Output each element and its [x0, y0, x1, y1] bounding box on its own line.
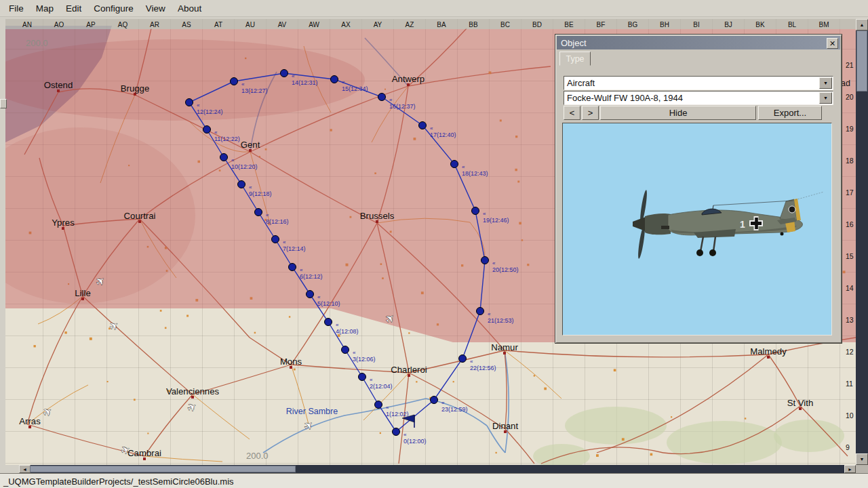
- waypoint-marker[interactable]: [451, 161, 458, 168]
- row-header: 21: [846, 61, 854, 69]
- waypoint-marker[interactable]: [331, 76, 338, 83]
- menu-item-configure[interactable]: Configure: [87, 2, 140, 15]
- waypoint-direction-icon: «: [353, 350, 356, 356]
- landing-gear: [701, 237, 703, 251]
- row-header: 12: [846, 348, 854, 356]
- column-header: AU: [245, 21, 255, 28]
- town-dot: [416, 381, 417, 382]
- waypoint-marker[interactable]: [186, 99, 193, 106]
- town-dot: [380, 432, 381, 434]
- waypoint-label: 20(12:50): [492, 266, 519, 273]
- row-header: 13: [846, 316, 854, 324]
- waypoint-marker[interactable]: [378, 94, 386, 101]
- column-header: AW: [309, 21, 319, 28]
- waypoint-direction-icon: «: [197, 102, 200, 108]
- waypoint-marker[interactable]: [459, 355, 467, 363]
- waypoint-label: 5(12:10): [317, 300, 340, 307]
- city-label: Lille: [75, 288, 90, 298]
- column-header: BB: [469, 21, 478, 28]
- town-dot: [186, 315, 189, 317]
- column-header: AQ: [118, 21, 128, 28]
- next-object-button[interactable]: >: [582, 106, 599, 120]
- waypoint-marker[interactable]: [477, 308, 484, 315]
- town-dot: [160, 310, 162, 312]
- town-dot: [534, 375, 535, 376]
- column-header: AN: [22, 21, 32, 28]
- waypoint-marker[interactable]: [419, 122, 427, 129]
- waypoint-label: 7(12:14): [283, 245, 306, 252]
- scroll-up-icon[interactable]: ▲: [856, 19, 868, 30]
- menu-item-about[interactable]: About: [172, 2, 208, 15]
- waypoint-direction-icon: «: [403, 432, 407, 438]
- waypoint-marker[interactable]: [325, 319, 332, 326]
- column-header: BK: [755, 21, 765, 28]
- waypoint-direction-icon: «: [370, 377, 373, 383]
- town-dot: [622, 438, 625, 441]
- waypoint-marker[interactable]: [238, 181, 245, 188]
- scroll-left-icon[interactable]: ◄: [19, 465, 31, 473]
- column-header: AZ: [406, 21, 414, 28]
- waypoint-label: 14(12:31): [292, 79, 318, 86]
- city-label: Antwerp: [392, 74, 425, 84]
- waypoint-label: 4(12:08): [336, 328, 359, 335]
- waypoint-marker[interactable]: [307, 291, 314, 298]
- waypoint-marker[interactable]: [255, 209, 262, 216]
- landing-gear: [713, 237, 715, 251]
- status-text: _UQMGTemplateBuilderProjects/_testSemiCi…: [3, 476, 234, 487]
- waypoint-label: 18(12:43): [462, 170, 488, 177]
- waypoint-label: 8(12:16): [266, 218, 289, 225]
- scroll-right-icon[interactable]: ►: [844, 465, 856, 473]
- export-button[interactable]: Export...: [758, 106, 822, 120]
- forest-patch: [667, 421, 782, 464]
- waypoint-direction-icon: «: [389, 97, 393, 103]
- menu-item-edit[interactable]: Edit: [60, 2, 87, 15]
- horizontal-scrollbar[interactable]: ◄ ►: [19, 465, 856, 473]
- scale-label-top: 200.0: [26, 38, 48, 48]
- object-model-select[interactable]: Focke-Wulf FW 190A-8, 1944 ▼: [564, 91, 833, 105]
- waypoint-label: 15(12:34): [342, 85, 368, 92]
- waypoint-direction-icon: «: [283, 239, 286, 245]
- waypoint-marker[interactable]: [431, 396, 438, 404]
- waypoint-label: 17(12:40): [430, 131, 456, 138]
- waypoint-marker[interactable]: [203, 126, 211, 134]
- waypoint-marker[interactable]: [359, 373, 366, 381]
- tail-wheel: [781, 232, 784, 236]
- waypoint-label: 1(12:02): [386, 411, 409, 418]
- vertical-scrollbar[interactable]: ▲ ▼: [856, 19, 868, 465]
- column-header: BC: [500, 21, 510, 28]
- row-header: 16: [846, 220, 854, 228]
- chevron-down-icon[interactable]: ▼: [819, 92, 832, 104]
- waypoint-marker[interactable]: [281, 70, 288, 77]
- town-dot: [596, 454, 599, 457]
- aircraft-number: 1: [740, 219, 745, 230]
- menu-item-view[interactable]: View: [140, 2, 172, 15]
- waypoint-marker[interactable]: [375, 401, 382, 409]
- object-panel-titlebar[interactable]: Object ✕: [557, 36, 840, 49]
- waypoint-marker[interactable]: [272, 236, 279, 243]
- scrollbar-corner: [856, 465, 868, 473]
- splitter-handle[interactable]: [0, 99, 7, 108]
- river-label: River Sambre: [286, 407, 338, 416]
- menu-item-file[interactable]: File: [3, 2, 30, 15]
- waypoint-marker[interactable]: [220, 154, 228, 161]
- close-icon[interactable]: ✕: [827, 38, 838, 49]
- waypoint-marker[interactable]: [481, 257, 489, 264]
- chevron-down-icon[interactable]: ▼: [819, 77, 832, 89]
- vertical-scroll-thumb[interactable]: [856, 30, 867, 92]
- waypoint-label: 21(12:53): [488, 317, 514, 324]
- waypoint-marker[interactable]: [231, 78, 238, 85]
- waypoint-marker[interactable]: [289, 264, 296, 271]
- previous-object-button[interactable]: <: [564, 106, 580, 120]
- horizontal-scroll-thumb[interactable]: [30, 466, 296, 472]
- city-label: Charleroi: [391, 365, 427, 375]
- waypoint-marker[interactable]: [472, 207, 479, 215]
- town-dot: [34, 345, 36, 347]
- scroll-down-icon[interactable]: ▼: [856, 453, 868, 465]
- menu-item-map[interactable]: Map: [30, 2, 60, 15]
- hide-button[interactable]: Hide: [600, 106, 756, 120]
- tab-type[interactable]: Type: [559, 52, 591, 66]
- waypoint-marker[interactable]: [342, 346, 349, 354]
- row-header: 17: [846, 188, 854, 197]
- waypoint-marker[interactable]: [393, 428, 400, 436]
- object-type-select[interactable]: Aircraft ▼: [564, 76, 833, 90]
